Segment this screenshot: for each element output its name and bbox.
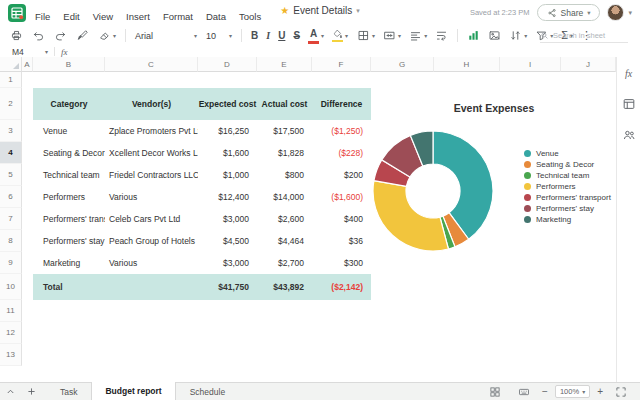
table-total-cell[interactable]: ($2,142) — [312, 274, 371, 300]
column-header-E[interactable]: E — [257, 57, 312, 72]
table-cell[interactable]: Various — [105, 252, 198, 274]
table-cell[interactable]: $3,000 — [198, 208, 257, 230]
table-cell[interactable]: Peach Group of Hotels — [105, 230, 198, 252]
column-header-A[interactable]: A — [22, 57, 33, 72]
chart-object[interactable]: Event Expenses VenueSeating & DecorTechn… — [372, 90, 622, 280]
menu-tools[interactable]: Tools — [239, 11, 261, 22]
table-cell[interactable]: Zplace Promoters Pvt Ltd — [105, 120, 198, 142]
table-header-cell[interactable]: Expected cost — [198, 88, 257, 120]
add-sheet-button[interactable] — [21, 383, 42, 400]
sheet-tab-budget-report[interactable]: Budget report — [91, 382, 175, 400]
row-header-11[interactable]: 11 — [0, 300, 22, 322]
table-total-cell[interactable]: $43,892 — [257, 274, 312, 300]
table-cell[interactable]: Performers' transport — [33, 208, 105, 230]
table-cell[interactable]: $1,600 — [198, 142, 257, 164]
row-header-6[interactable]: 6 — [0, 186, 22, 208]
fx-icon[interactable]: fx — [61, 47, 68, 57]
table-cell[interactable]: ($1,250) — [312, 120, 371, 142]
table-cell[interactable]: $2,700 — [257, 252, 312, 274]
table-cell[interactable]: ($1,600) — [312, 186, 371, 208]
table-cell[interactable]: Various — [105, 186, 198, 208]
underline-icon[interactable]: U — [278, 28, 285, 44]
table-cell[interactable]: $12,400 — [198, 186, 257, 208]
menu-data[interactable]: Data — [206, 11, 226, 22]
row-header-1[interactable]: 1 — [0, 72, 22, 88]
zoom-in-button[interactable]: + — [597, 387, 603, 397]
user-avatar[interactable] — [607, 4, 624, 21]
bold-icon[interactable]: B — [251, 28, 258, 44]
table-cell[interactable]: Seating & Decor — [33, 142, 105, 164]
table-cell[interactable]: $400 — [312, 208, 371, 230]
font-color-icon[interactable]: A▾ — [308, 28, 324, 44]
font-family-select[interactable]: Arial ▾ — [135, 31, 197, 41]
table-cell[interactable]: $200 — [312, 164, 371, 186]
table-cell[interactable]: Performers' stay — [33, 230, 105, 252]
avatar-caret-icon[interactable]: ▾ — [628, 9, 632, 17]
table-cell[interactable]: $36 — [312, 230, 371, 252]
table-cell[interactable]: $4,464 — [257, 230, 312, 252]
table-cell[interactable]: Friedel Contractors LLC — [105, 164, 198, 186]
table-cell[interactable]: $800 — [257, 164, 312, 186]
merge-cells-icon[interactable]: ▾ — [383, 28, 401, 44]
table-cell[interactable]: $14,000 — [257, 186, 312, 208]
format-painter-icon[interactable] — [76, 28, 89, 44]
insert-image-icon[interactable] — [488, 28, 501, 44]
undo-icon[interactable] — [32, 28, 45, 44]
table-header-cell[interactable]: Vendor(s) — [105, 88, 198, 120]
doc-title[interactable]: ★ Event Details ▾ — [280, 5, 359, 16]
column-header-B[interactable]: B — [33, 57, 105, 72]
select-all-corner[interactable] — [0, 57, 22, 72]
table-cell[interactable]: ($228) — [312, 142, 371, 164]
functions-panel-icon[interactable]: fx — [622, 66, 636, 80]
horizontal-align-icon[interactable]: ▾ — [409, 28, 427, 44]
row-header-4[interactable]: 4 — [0, 142, 22, 164]
table-cell[interactable]: $1,828 — [257, 142, 312, 164]
table-cell[interactable]: Performers — [33, 186, 105, 208]
font-size-select[interactable]: 10 ▾ — [206, 31, 232, 41]
fullscreen-icon[interactable] — [610, 386, 632, 398]
borders-icon[interactable]: ▾ — [357, 28, 375, 44]
grid-view-icon[interactable] — [484, 386, 506, 398]
column-header-H[interactable]: H — [434, 57, 500, 72]
table-header-cell[interactable]: Actual cost — [257, 88, 312, 120]
sheet-tab-schedule[interactable]: Schedule — [176, 383, 239, 400]
zoom-level-select[interactable]: 100% ▾ — [555, 385, 590, 398]
table-header-cell[interactable]: Category — [33, 88, 105, 120]
app-logo-icon[interactable] — [8, 4, 26, 22]
column-header-G[interactable]: G — [371, 57, 434, 72]
table-total-cell[interactable]: $41,750 — [198, 274, 257, 300]
table-cell[interactable]: $16,250 — [198, 120, 257, 142]
zia-panel-icon[interactable] — [622, 128, 636, 142]
strikethrough-icon[interactable]: S — [293, 28, 300, 44]
row-header-12[interactable]: 12 — [0, 322, 22, 344]
table-cell[interactable]: Marketing — [33, 252, 105, 274]
table-cell[interactable]: $1,000 — [198, 164, 257, 186]
table-cell[interactable]: Xcellent Decor Works LLC — [105, 142, 198, 164]
table-cell[interactable]: Technical team — [33, 164, 105, 186]
table-cell[interactable]: $3,000 — [198, 252, 257, 274]
table-cell[interactable]: $2,600 — [257, 208, 312, 230]
row-header-5[interactable]: 5 — [0, 164, 22, 186]
favorite-star-icon[interactable]: ★ — [280, 6, 289, 16]
insert-chart-icon[interactable] — [467, 28, 480, 44]
collapse-tabs-icon[interactable] — [0, 383, 21, 400]
italic-icon[interactable]: I — [266, 28, 270, 44]
row-header-7[interactable]: 7 — [0, 208, 22, 230]
row-header-2[interactable]: 2 — [0, 88, 22, 120]
column-header-J[interactable]: J — [561, 57, 616, 72]
row-header-13[interactable]: 13 — [0, 344, 22, 366]
text-wrap-icon[interactable] — [435, 28, 448, 44]
table-total-cell[interactable]: Total — [33, 274, 105, 300]
zoom-out-button[interactable]: − — [542, 387, 548, 397]
column-header-C[interactable]: C — [105, 57, 198, 72]
column-header-F[interactable]: F — [312, 57, 371, 72]
row-header-10[interactable]: 10 — [0, 274, 22, 300]
search-input[interactable] — [553, 31, 625, 40]
menu-format[interactable]: Format — [163, 11, 193, 22]
format-panel-icon[interactable] — [622, 97, 636, 111]
keyboard-icon[interactable] — [513, 386, 535, 398]
row-header-9[interactable]: 9 — [0, 252, 22, 274]
sheet-tab-task[interactable]: Task — [46, 383, 91, 400]
table-cell[interactable]: $4,500 — [198, 230, 257, 252]
share-button[interactable]: Share ▾ — [537, 4, 601, 21]
